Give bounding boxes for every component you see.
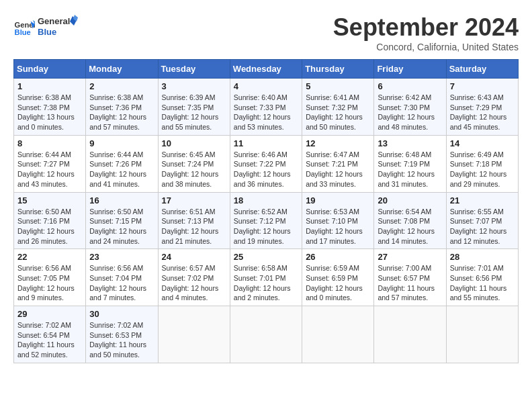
day-number: 30 [89, 309, 154, 319]
logo-svg: General Blue [38, 13, 78, 39]
location: Concord, California, United States [333, 42, 519, 52]
calendar-cell [230, 306, 302, 363]
day-info: Sunrise: 7:02 AMSunset: 6:53 PMDaylight:… [89, 320, 154, 360]
day-info: Sunrise: 6:56 AMSunset: 7:05 PMDaylight:… [17, 263, 82, 303]
day-info: Sunrise: 6:38 AMSunset: 7:36 PMDaylight:… [89, 93, 154, 132]
day-number: 19 [306, 195, 370, 205]
calendar-cell: 8Sunrise: 6:44 AMSunset: 7:27 PMDaylight… [14, 135, 86, 192]
day-info: Sunrise: 6:47 AMSunset: 7:21 PMDaylight:… [306, 150, 370, 189]
day-number: 26 [306, 252, 370, 262]
day-info: Sunrise: 7:00 AMSunset: 6:57 PMDaylight:… [378, 263, 442, 303]
day-info: Sunrise: 6:44 AMSunset: 7:27 PMDaylight:… [17, 150, 82, 189]
day-info: Sunrise: 6:52 AMSunset: 7:12 PMDaylight:… [234, 207, 298, 246]
title-block: September 2024 Concord, California, Unit… [333, 13, 519, 52]
calendar-cell [302, 306, 374, 363]
calendar-cell: 21Sunrise: 6:55 AMSunset: 7:07 PMDayligh… [446, 192, 518, 249]
day-number: 10 [162, 138, 226, 148]
calendar-week-1: 1Sunrise: 6:38 AMSunset: 7:38 PMDaylight… [14, 79, 519, 136]
calendar-cell: 16Sunrise: 6:50 AMSunset: 7:15 PMDayligh… [86, 192, 158, 249]
day-info: Sunrise: 6:50 AMSunset: 7:16 PMDaylight:… [17, 207, 82, 246]
calendar-cell: 30Sunrise: 7:02 AMSunset: 6:53 PMDayligh… [86, 306, 158, 363]
day-number: 4 [234, 81, 298, 91]
calendar-week-5: 29Sunrise: 7:02 AMSunset: 6:54 PMDayligh… [14, 306, 519, 363]
day-info: Sunrise: 6:57 AMSunset: 7:02 PMDaylight:… [162, 263, 226, 303]
page-header: General Blue General Blue September 2024… [13, 13, 519, 52]
day-number: 9 [89, 138, 154, 148]
calendar-cell: 5Sunrise: 6:41 AMSunset: 7:32 PMDaylight… [302, 79, 374, 136]
svg-text:General: General [38, 16, 70, 26]
day-info: Sunrise: 7:01 AMSunset: 6:56 PMDaylight:… [450, 263, 515, 303]
calendar-cell: 15Sunrise: 6:50 AMSunset: 7:16 PMDayligh… [14, 192, 86, 249]
day-number: 14 [450, 138, 515, 148]
day-info: Sunrise: 6:49 AMSunset: 7:18 PMDaylight:… [450, 150, 515, 189]
calendar-cell: 18Sunrise: 6:52 AMSunset: 7:12 PMDayligh… [230, 192, 302, 249]
calendar-cell: 9Sunrise: 6:44 AMSunset: 7:26 PMDaylight… [86, 135, 158, 192]
calendar-cell: 20Sunrise: 6:54 AMSunset: 7:08 PMDayligh… [374, 192, 446, 249]
calendar-cell: 26Sunrise: 6:59 AMSunset: 6:59 PMDayligh… [302, 249, 374, 306]
calendar-cell: 22Sunrise: 6:56 AMSunset: 7:05 PMDayligh… [14, 249, 86, 306]
day-number: 15 [17, 195, 82, 205]
calendar-header-saturday: Saturday [446, 60, 518, 79]
day-number: 3 [162, 81, 226, 91]
calendar-cell: 28Sunrise: 7:01 AMSunset: 6:56 PMDayligh… [446, 249, 518, 306]
calendar-cell: 2Sunrise: 6:38 AMSunset: 7:36 PMDaylight… [86, 79, 158, 136]
month-title: September 2024 [333, 13, 519, 42]
calendar-cell: 23Sunrise: 6:56 AMSunset: 7:04 PMDayligh… [86, 249, 158, 306]
day-number: 24 [162, 252, 226, 262]
day-number: 27 [378, 252, 442, 262]
logo: General Blue General Blue [13, 13, 78, 42]
day-number: 8 [17, 138, 82, 148]
day-info: Sunrise: 6:42 AMSunset: 7:30 PMDaylight:… [378, 93, 442, 132]
calendar-cell: 29Sunrise: 7:02 AMSunset: 6:54 PMDayligh… [14, 306, 86, 363]
calendar-header-row: SundayMondayTuesdayWednesdayThursdayFrid… [14, 60, 519, 79]
day-number: 1 [17, 81, 82, 91]
day-info: Sunrise: 6:53 AMSunset: 7:10 PMDaylight:… [306, 207, 370, 246]
logo-icon: General Blue [13, 17, 35, 38]
day-info: Sunrise: 6:59 AMSunset: 6:59 PMDaylight:… [306, 263, 370, 303]
day-info: Sunrise: 6:41 AMSunset: 7:32 PMDaylight:… [306, 93, 370, 132]
svg-text:Blue: Blue [15, 28, 31, 36]
calendar-week-4: 22Sunrise: 6:56 AMSunset: 7:05 PMDayligh… [14, 249, 519, 306]
day-info: Sunrise: 6:58 AMSunset: 7:01 PMDaylight:… [234, 263, 298, 303]
day-info: Sunrise: 6:48 AMSunset: 7:19 PMDaylight:… [378, 150, 442, 189]
calendar-cell: 10Sunrise: 6:45 AMSunset: 7:24 PMDayligh… [158, 135, 230, 192]
calendar-cell: 3Sunrise: 6:39 AMSunset: 7:35 PMDaylight… [158, 79, 230, 136]
day-number: 28 [450, 252, 515, 262]
day-info: Sunrise: 6:43 AMSunset: 7:29 PMDaylight:… [450, 93, 515, 132]
day-number: 29 [17, 309, 82, 319]
day-number: 12 [306, 138, 370, 148]
calendar-cell: 13Sunrise: 6:48 AMSunset: 7:19 PMDayligh… [374, 135, 446, 192]
day-info: Sunrise: 6:44 AMSunset: 7:26 PMDaylight:… [89, 150, 154, 189]
calendar-cell [446, 306, 518, 363]
day-number: 20 [378, 195, 442, 205]
day-info: Sunrise: 6:55 AMSunset: 7:07 PMDaylight:… [450, 207, 515, 246]
calendar-cell: 7Sunrise: 6:43 AMSunset: 7:29 PMDaylight… [446, 79, 518, 136]
day-number: 2 [89, 81, 154, 91]
day-number: 11 [234, 138, 298, 148]
day-info: Sunrise: 6:38 AMSunset: 7:38 PMDaylight:… [17, 93, 82, 132]
calendar-cell [158, 306, 230, 363]
calendar-header-friday: Friday [374, 60, 446, 79]
calendar-cell: 19Sunrise: 6:53 AMSunset: 7:10 PMDayligh… [302, 192, 374, 249]
calendar-cell: 25Sunrise: 6:58 AMSunset: 7:01 PMDayligh… [230, 249, 302, 306]
day-number: 17 [162, 195, 226, 205]
day-info: Sunrise: 6:51 AMSunset: 7:13 PMDaylight:… [162, 207, 226, 246]
day-number: 7 [450, 81, 515, 91]
calendar-cell [374, 306, 446, 363]
day-info: Sunrise: 6:40 AMSunset: 7:33 PMDaylight:… [234, 93, 298, 132]
day-number: 18 [234, 195, 298, 205]
calendar-cell: 11Sunrise: 6:46 AMSunset: 7:22 PMDayligh… [230, 135, 302, 192]
day-info: Sunrise: 6:56 AMSunset: 7:04 PMDaylight:… [89, 263, 154, 303]
calendar-header-tuesday: Tuesday [158, 60, 230, 79]
day-number: 22 [17, 252, 82, 262]
calendar-header-monday: Monday [86, 60, 158, 79]
calendar-cell: 24Sunrise: 6:57 AMSunset: 7:02 PMDayligh… [158, 249, 230, 306]
day-number: 13 [378, 138, 442, 148]
calendar-header-thursday: Thursday [302, 60, 374, 79]
day-number: 6 [378, 81, 442, 91]
calendar-cell: 4Sunrise: 6:40 AMSunset: 7:33 PMDaylight… [230, 79, 302, 136]
day-info: Sunrise: 6:46 AMSunset: 7:22 PMDaylight:… [234, 150, 298, 189]
calendar-cell: 6Sunrise: 6:42 AMSunset: 7:30 PMDaylight… [374, 79, 446, 136]
day-number: 5 [306, 81, 370, 91]
calendar-table: SundayMondayTuesdayWednesdayThursdayFrid… [13, 59, 519, 363]
